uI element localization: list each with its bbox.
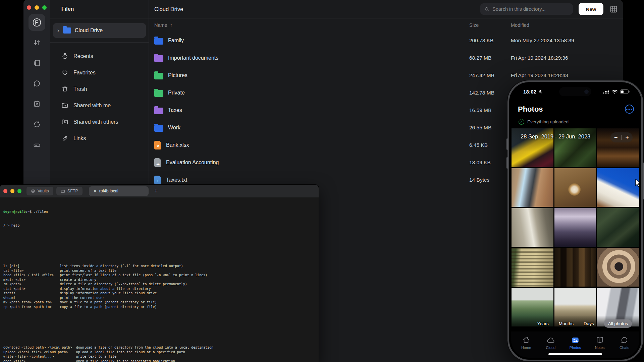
bell-muted-icon (538, 89, 543, 94)
zoom-in-button[interactable]: + (622, 134, 633, 140)
chevron-right-icon[interactable]: › (57, 27, 59, 33)
new-button[interactable]: New (579, 3, 603, 15)
file-row[interactable]: Important documents 68.27 MB Fri Apr 19 … (149, 49, 623, 67)
timeline-segment[interactable]: Months (559, 321, 574, 326)
notes-icon[interactable] (30, 56, 44, 70)
sidebar-item-links[interactable]: Links (50, 130, 149, 146)
filen-logo[interactable] (29, 14, 45, 31)
file-size: 200.73 KB (469, 38, 511, 44)
photo-thumbnail[interactable] (554, 208, 596, 247)
zoom-window-button[interactable] (42, 5, 47, 10)
file-size: 142.78 MB (469, 90, 511, 96)
search-input[interactable] (492, 6, 569, 12)
wifi-icon (612, 89, 618, 94)
help-block-2: download <cloud path> <local path>downlo… (3, 332, 319, 362)
help-line: write <file> <content...>write text to a… (3, 354, 319, 359)
grid-zoom-control: − + (610, 132, 633, 142)
column-name[interactable]: Name (154, 22, 167, 28)
zoom-out-button[interactable]: − (610, 134, 622, 140)
photo-thumbnail[interactable] (512, 208, 553, 247)
file-type-icon (154, 108, 163, 114)
file-size: 68.27 MB (469, 55, 511, 61)
drive-icon[interactable] (30, 137, 44, 152)
volume-down-button (506, 157, 508, 169)
close-window-button[interactable] (27, 5, 31, 10)
file-name: Taxes.txt (166, 177, 187, 183)
help-line: whoamiprint the current user (3, 296, 319, 300)
minimize-window-button[interactable] (10, 189, 14, 193)
more-options-button[interactable]: ●●● (625, 105, 634, 114)
photo-thumbnail[interactable] (554, 168, 596, 207)
column-modified[interactable]: Modified (511, 22, 623, 28)
help-line: stat <path>display information about a f… (3, 287, 319, 291)
file-type-icon (154, 125, 163, 132)
close-window-button[interactable] (3, 189, 7, 193)
transfers-icon[interactable] (30, 35, 44, 50)
sidebar-item-shared-with-me[interactable]: Shared with me (50, 97, 149, 114)
date-range-label: 28 Sep. 2019 - 29 Jun. 2023 (521, 133, 590, 140)
help-line: mv <path from> <path to>move a file to a… (3, 300, 319, 305)
file-type-icon (154, 73, 163, 79)
clock: 18:02 (523, 89, 536, 95)
photo-thumbnail[interactable] (597, 208, 639, 247)
sync-icon[interactable] (30, 117, 44, 132)
sort-ascending-icon[interactable]: ↑ (170, 22, 172, 28)
file-name: Family (168, 38, 184, 44)
file-modified: Mon May 27 2024 13:58:39 (511, 38, 623, 44)
home-indicator[interactable] (548, 353, 602, 355)
timeline-segment[interactable]: All photos (604, 319, 632, 328)
grid-view-icon[interactable] (609, 5, 618, 13)
file-row[interactable]: Family 200.73 KB Mon May 27 2024 13:58:3… (149, 32, 623, 49)
help-line: rm <path>delete a file or directory (`--… (3, 282, 319, 287)
help-line: ls [dir]list items inside a directory (`… (3, 264, 319, 268)
sidebar-item-cloud-drive[interactable]: › Cloud Drive (53, 23, 146, 38)
timeline-segmented-control: YearsMonthsDaysAll photos (511, 315, 639, 331)
rail-icons (23, 35, 50, 152)
timeline-segment[interactable]: Years (537, 321, 549, 326)
sidebar-item-recents[interactable]: Recents (50, 48, 149, 64)
tab-rpi4b-local[interactable]: ✕ rpi4b.local (89, 186, 149, 196)
file-type-icon: T (154, 176, 161, 184)
sidebar-nav: Recents Favorites Trash Shared with me S… (50, 43, 149, 146)
file-type-icon (154, 90, 163, 97)
content-topbar: Cloud Drive New (149, 0, 623, 18)
file-size: 26.55 MB (469, 125, 511, 131)
folder-arrow-in-icon (61, 102, 68, 109)
close-tab-icon[interactable]: ✕ (93, 189, 97, 194)
file-size: 247.42 MB (469, 72, 511, 78)
contacts-icon[interactable] (30, 97, 44, 111)
timeline-segment[interactable]: Days (584, 321, 594, 326)
photo-thumbnail[interactable] (512, 168, 553, 207)
search-box[interactable] (480, 3, 573, 15)
photo-thumbnail[interactable] (512, 248, 553, 287)
chat-icon[interactable] (30, 76, 44, 91)
vault-icon (31, 189, 35, 193)
help-line: statfsdisplay information about your Fil… (3, 291, 319, 296)
tab-vaults[interactable]: Vaults (26, 187, 53, 195)
link-icon (61, 135, 68, 142)
photo-grid (511, 128, 639, 331)
tab-chats[interactable]: Chats (613, 336, 635, 358)
photos-icon (571, 336, 580, 344)
photo-thumbnail[interactable] (597, 248, 639, 287)
check-circle-icon: ✓ (519, 119, 524, 125)
file-size: 14 Bytes (469, 177, 511, 183)
home-icon (522, 336, 530, 344)
photo-thumbnail[interactable] (597, 168, 639, 207)
tab-home[interactable]: Home (516, 336, 537, 358)
help-line: open <file>open a file locally in the as… (3, 359, 319, 362)
column-header: Name ↑ Size Modified (149, 18, 623, 32)
sidebar-item-trash[interactable]: Trash (50, 81, 149, 97)
help-line: cat <file>print content of a text file (3, 268, 319, 273)
tab-sftp[interactable]: SFTP (56, 187, 83, 195)
column-size[interactable]: Size (469, 22, 511, 28)
photo-thumbnail[interactable] (554, 248, 596, 287)
sidebar-item-favorites[interactable]: Favorites (50, 64, 149, 81)
file-modified: Fri Apr 19 2024 18:29:36 (511, 55, 623, 61)
search-icon (484, 7, 489, 12)
minimize-window-button[interactable] (35, 5, 39, 10)
zoom-window-button[interactable] (17, 189, 21, 193)
page-title: Cloud Drive (154, 6, 183, 12)
new-tab-button[interactable]: + (154, 188, 158, 195)
sidebar-item-shared-with-others[interactable]: Shared with others (50, 114, 149, 130)
